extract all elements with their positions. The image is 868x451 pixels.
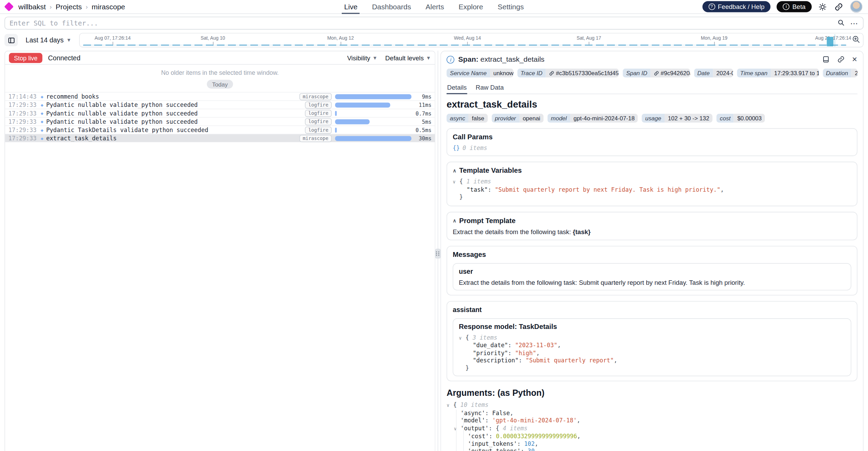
duration-bar (335, 136, 411, 141)
logfire-logo-icon[interactable] (4, 2, 13, 11)
timeline-selection[interactable] (827, 37, 834, 46)
span-id-badge[interactable]: Span ID #9c942620aa93dbb4 (623, 69, 690, 78)
prompt-template-text: Extract the details from the following t… (453, 228, 851, 235)
span-info-icon: i (447, 56, 455, 63)
panel-divider (436, 51, 441, 451)
breadcrumb-project[interactable]: mirascope (92, 2, 125, 11)
feedback-help-button[interactable]: ? Feedback / Help (702, 1, 770, 12)
span-time: 17:29:33 (8, 127, 40, 133)
timeline-tick-label: Mon, Aug 19 (701, 35, 727, 41)
span-title: extract_task_details (447, 99, 857, 110)
time-range-select[interactable]: Last 14 days▼ (22, 36, 75, 44)
async-badge: asyncfalse (447, 114, 488, 123)
open-drawer-icon[interactable] (822, 55, 830, 63)
span-duration: 5ms (415, 119, 431, 125)
tab-alerts[interactable]: Alerts (426, 0, 444, 14)
timeline-tick-label: Sat, Aug 17 (577, 35, 601, 41)
prompt-template-heading: Prompt Template (459, 217, 516, 224)
info-icon: i (783, 3, 789, 10)
chevron-down-icon: ▼ (66, 37, 71, 43)
provider-badge: provideropenai (491, 114, 543, 123)
timeline-tick-label: Mon, Aug 12 (327, 35, 354, 41)
span-row[interactable]: 17:29:33 ◆ Pydantic nullable validate_py… (5, 109, 435, 117)
link-icon (549, 70, 554, 76)
empty-object: {} (453, 144, 460, 151)
resize-handle[interactable] (435, 249, 441, 259)
visibility-dropdown[interactable]: Visibility▼ (347, 54, 378, 61)
question-icon: ? (708, 3, 715, 10)
response-model-heading: Response model: TaskDetails (459, 322, 845, 330)
chevron-down-icon: ▼ (372, 55, 377, 60)
span-row[interactable]: 17:29:33 ◆ Pydantic TaskDetails validate… (5, 126, 435, 134)
breadcrumb-org[interactable]: willbakst (18, 2, 46, 11)
span-tag: logfire (305, 118, 332, 125)
chevron-down-icon: ▼ (426, 55, 431, 60)
span-tag: logfire (305, 101, 332, 108)
trace-id-badge[interactable]: Trace ID #c3b5157330ea5c1fd4572747af512d… (517, 69, 619, 78)
span-time: 17:29:33 (8, 110, 40, 116)
tab-live[interactable]: Live (344, 0, 358, 14)
more-options-icon[interactable]: ⋯ (850, 19, 858, 28)
arguments-heading: Arguments: (as Python) (447, 388, 857, 398)
span-time: 17:14:43 (8, 93, 40, 100)
span-tag: mirascope (299, 134, 332, 142)
span-row[interactable]: 17:29:33 ◆ Pydantic nullable validate_py… (5, 100, 435, 109)
span-row-selected[interactable]: 17:29:33 ◆ extract_task_details mirascop… (5, 134, 435, 142)
messages-card: Messages user Extract the details from t… (447, 245, 857, 295)
span-diamond-icon: ◆ (41, 111, 43, 116)
chevron-right-icon: › (50, 3, 52, 10)
detail-header: Span: extract_task_details (458, 55, 545, 63)
template-variables-json[interactable]: ∨{ 1 items"task": "Submit quarterly repo… (453, 178, 851, 201)
span-duration: 0.7ms (415, 110, 431, 116)
share-link-icon[interactable] (834, 2, 844, 12)
span-attribute-badges: asyncfalse provideropenai modelgpt-4o-mi… (447, 114, 857, 123)
span-name: Pydantic TaskDetails validate_python suc… (46, 127, 305, 133)
beta-button[interactable]: i Beta (777, 1, 811, 12)
connection-status: Connected (48, 54, 80, 62)
tab-raw-data[interactable]: Raw Data (475, 82, 505, 94)
span-diamond-icon: ◆ (41, 119, 43, 124)
timeline-tick-label: Sat, Aug 10 (201, 35, 225, 41)
theme-toggle-icon[interactable] (818, 2, 828, 12)
tab-explore[interactable]: Explore (459, 0, 483, 14)
messages-heading: Messages (453, 251, 851, 259)
span-row[interactable]: 17:14:43 ◆ recommend_books mirascope 9ms (5, 92, 435, 100)
collapse-icon[interactable]: ∧ (453, 218, 457, 223)
zoom-in-icon[interactable] (852, 35, 860, 46)
close-icon[interactable]: ✕ (852, 56, 857, 63)
detail-tabs: Details Raw Data (447, 82, 857, 94)
duration-badge: Duration29ms (822, 69, 857, 78)
stop-live-button[interactable]: Stop live (9, 53, 42, 63)
topbar: willbakst › Projects › mirascope Live Da… (0, 0, 868, 14)
tab-settings[interactable]: Settings (498, 0, 524, 14)
span-detail-panel: i Span: extract_task_details (440, 51, 864, 451)
span-name: Pydantic nullable validate_python succee… (46, 101, 305, 108)
span-diamond-icon: ◆ (41, 94, 43, 99)
arguments-python[interactable]: ∨{ 10 items'async': False,'model': 'gpt-… (447, 401, 857, 451)
tab-dashboards[interactable]: Dashboards (372, 0, 411, 14)
span-diamond-icon: ◆ (41, 136, 43, 141)
cost-badge: cost$0.00003 (717, 114, 765, 123)
duration-bar (335, 102, 390, 108)
duration-bar (335, 111, 337, 116)
sql-filter-input[interactable]: Enter SQL to filter... ⋯ (4, 17, 864, 29)
main-nav: Live Dashboards Alerts Explore Settings (344, 0, 524, 14)
response-model-json[interactable]: ∨{ 3 items"due_date": "2023-11-03","prio… (459, 334, 845, 372)
copy-link-icon[interactable] (837, 55, 845, 63)
service-name-badge: Service Nameunknown_service (447, 69, 513, 78)
sidebar-toggle-button[interactable] (4, 34, 18, 47)
timeline[interactable]: Aug 07, 17:26:14 Sat, Aug 10 Mon, Aug 12… (79, 33, 864, 47)
model-badge: modelgpt-4o-mini-2024-07-18 (548, 114, 638, 123)
breadcrumb: willbakst › Projects › mirascope (6, 2, 240, 11)
usage-badge: usage102 + 30 -> 132 (642, 114, 712, 123)
date-badge: Date2024-08-21 (694, 69, 733, 78)
collapse-icon[interactable]: ∧ (453, 168, 457, 173)
span-row[interactable]: 17:29:33 ◆ Pydantic nullable validate_py… (5, 117, 435, 125)
span-tag: mirascope (299, 93, 332, 100)
breadcrumb-projects[interactable]: Projects (56, 2, 82, 11)
default-levels-dropdown[interactable]: Default levels▼ (385, 54, 431, 61)
tab-details[interactable]: Details (447, 82, 467, 94)
user-avatar[interactable] (850, 1, 862, 13)
timeline-track[interactable] (83, 44, 846, 46)
search-icon[interactable] (837, 18, 845, 28)
